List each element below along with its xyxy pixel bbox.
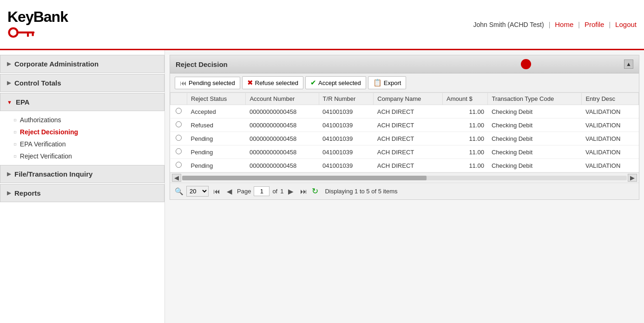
corporate-admin-arrow: ▶	[7, 61, 11, 67]
epa-arrow: ▼	[7, 99, 12, 105]
svg-point-0	[9, 28, 18, 37]
cell-amount-4: 11.00	[443, 159, 488, 172]
cell-company-name-0: ACH DIRECT	[374, 105, 443, 119]
row-radio-0[interactable]	[171, 105, 187, 119]
radio-input-3[interactable]	[176, 148, 182, 154]
user-name: John Smith	[473, 21, 506, 28]
hscroll-thumb[interactable]	[182, 176, 427, 180]
export-icon: 📋	[373, 79, 382, 87]
cell-tr-number-2: 041001039	[319, 132, 374, 145]
file-trans-arrow: ▶	[7, 171, 11, 177]
radio-input-2[interactable]	[176, 135, 182, 141]
accept-selected-button[interactable]: ✔ Accept selected	[305, 76, 366, 89]
sidebar-item-epa-verification[interactable]: □ EPA Verification	[9, 138, 164, 150]
cell-reject-status-1: Refused	[187, 119, 246, 132]
sidebar-section-control-totals: ▶ Control Totals	[0, 74, 164, 92]
first-page-button[interactable]: ⏮	[211, 186, 222, 196]
sidebar-item-epa[interactable]: ▼ EPA	[0, 93, 164, 111]
home-link[interactable]: Home	[555, 20, 573, 28]
cell-amount-3: 11.00	[443, 145, 488, 159]
row-radio-4[interactable]	[171, 159, 187, 172]
sidebar-section-reports: ▶ Reports	[0, 184, 164, 202]
sidebar-item-corporate-admin[interactable]: ▶ Corporate Administration	[0, 55, 164, 73]
table-row[interactable]: Pending 00000000000458 041001039 ACH DIR…	[171, 159, 639, 172]
hscroll-track[interactable]	[182, 176, 627, 180]
cell-entry-desc-4: VALIDATION	[582, 159, 639, 172]
row-radio-2[interactable]	[171, 132, 187, 145]
cell-reject-status-2: Pending	[187, 132, 246, 145]
sidebar-item-reject-decisioning[interactable]: □ Reject Decisioning	[9, 126, 164, 138]
row-radio-1[interactable]	[171, 119, 187, 132]
table-row[interactable]: Pending 00000000000458 041001039 ACH DIR…	[171, 132, 639, 145]
row-radio-3[interactable]	[171, 145, 187, 159]
cell-reject-status-4: Pending	[187, 159, 246, 172]
last-page-button[interactable]: ⏭	[298, 186, 309, 196]
table-body: Accepted 00000000000458 041001039 ACH DI…	[171, 105, 639, 172]
profile-link[interactable]: Profile	[585, 20, 605, 28]
prev-page-button[interactable]: ◀	[225, 186, 234, 197]
nav-separator-1: |	[549, 21, 551, 28]
sidebar-item-file-transaction[interactable]: ▶ File/Transaction Inquiry	[0, 165, 164, 183]
epa-verification-label: EPA Verification	[20, 140, 66, 148]
cell-tr-number-0: 041001039	[319, 105, 374, 119]
main-layout: ▶ Corporate Administration ▶ Control Tot…	[0, 50, 644, 323]
table-row[interactable]: Accepted 00000000000458 041001039 ACH DI…	[171, 105, 639, 119]
radio-input-4[interactable]	[176, 162, 182, 168]
cell-reject-status-3: Pending	[187, 145, 246, 159]
cell-transaction-type-4: Checking Debit	[488, 159, 582, 172]
table-container: Reject Status Account Number T/R Number …	[170, 92, 639, 172]
pagination-bar: 🔍 10 20 50 100 ⏮ ◀ Page of 1 ▶ ⏭ ↻ Displ…	[170, 183, 639, 199]
authorizations-label: Authorizations	[20, 116, 61, 124]
cell-amount-1: 11.00	[443, 119, 488, 132]
next-page-button[interactable]: ▶	[286, 186, 296, 197]
content: Reject Decision ▲ ⏮ Pending selected ✖ R…	[165, 50, 644, 323]
reports-label: Reports	[14, 189, 41, 197]
nav-separator-2: |	[578, 21, 580, 28]
cell-amount-2: 11.00	[443, 132, 488, 145]
radio-input-1[interactable]	[176, 121, 182, 127]
panel-title: Reject Decision	[176, 60, 228, 68]
reject-ver-bullet: □	[14, 154, 16, 158]
epa-label: EPA	[16, 98, 30, 106]
cell-company-name-4: ACH DIRECT	[374, 159, 443, 172]
col-amount: Amount $	[443, 93, 488, 105]
panel-header: Reject Decision ▲	[170, 55, 639, 73]
control-totals-label: Control Totals	[14, 79, 61, 87]
sidebar-item-control-totals[interactable]: ▶ Control Totals	[0, 74, 164, 92]
radio-input-0[interactable]	[176, 108, 182, 114]
scroll-left-arrow[interactable]: ◀	[172, 174, 181, 182]
page-input[interactable]	[254, 186, 269, 196]
cell-entry-desc-1: VALIDATION	[582, 119, 639, 132]
cell-company-name-3: ACH DIRECT	[374, 145, 443, 159]
refuse-selected-button[interactable]: ✖ Refuse selected	[242, 76, 303, 89]
zoom-icon: 🔍	[175, 187, 184, 196]
red-circle-indicator	[521, 59, 531, 69]
cell-tr-number-3: 041001039	[319, 145, 374, 159]
data-table: Reject Status Account Number T/R Number …	[170, 92, 639, 172]
table-row[interactable]: Refused 00000000000458 041001039 ACH DIR…	[171, 119, 639, 132]
display-info: Displaying 1 to 5 of 5 items	[325, 188, 397, 195]
logout-link[interactable]: Logout	[615, 20, 637, 28]
pending-selected-button[interactable]: ⏮ Pending selected	[175, 77, 240, 89]
export-label: Export	[384, 79, 401, 86]
table-row[interactable]: Pending 00000000000458 041001039 ACH DIR…	[171, 145, 639, 159]
export-button[interactable]: 📋 Export	[368, 76, 407, 89]
nav-separator-3: |	[609, 21, 611, 28]
logo-key-icon	[7, 26, 40, 40]
cell-account-number-4: 00000000000458	[246, 159, 319, 172]
pending-icon: ⏮	[180, 79, 187, 87]
sidebar-sub-epa: □ Authorizations □ Reject Decisioning □ …	[0, 112, 164, 164]
user-group: (ACHD Test)	[507, 21, 544, 28]
sidebar-item-reject-verification[interactable]: □ Reject Verification	[9, 150, 164, 162]
nav-area: John Smith (ACHD Test) | Home | Profile …	[473, 20, 637, 28]
refresh-icon[interactable]: ↻	[312, 186, 318, 196]
cell-tr-number-1: 041001039	[319, 119, 374, 132]
sidebar-item-authorizations[interactable]: □ Authorizations	[9, 114, 164, 126]
header: KeyBank John Smith (ACHD Test) | Home | …	[0, 0, 644, 50]
panel-collapse-button[interactable]: ▲	[624, 59, 633, 69]
sidebar-item-reports[interactable]: ▶ Reports	[0, 184, 164, 202]
page-size-select[interactable]: 10 20 50 100	[186, 186, 209, 197]
sidebar-section-file-transaction: ▶ File/Transaction Inquiry	[0, 165, 164, 183]
col-transaction-type: Transaction Type Code	[488, 93, 582, 105]
scroll-right-arrow[interactable]: ▶	[628, 174, 637, 182]
